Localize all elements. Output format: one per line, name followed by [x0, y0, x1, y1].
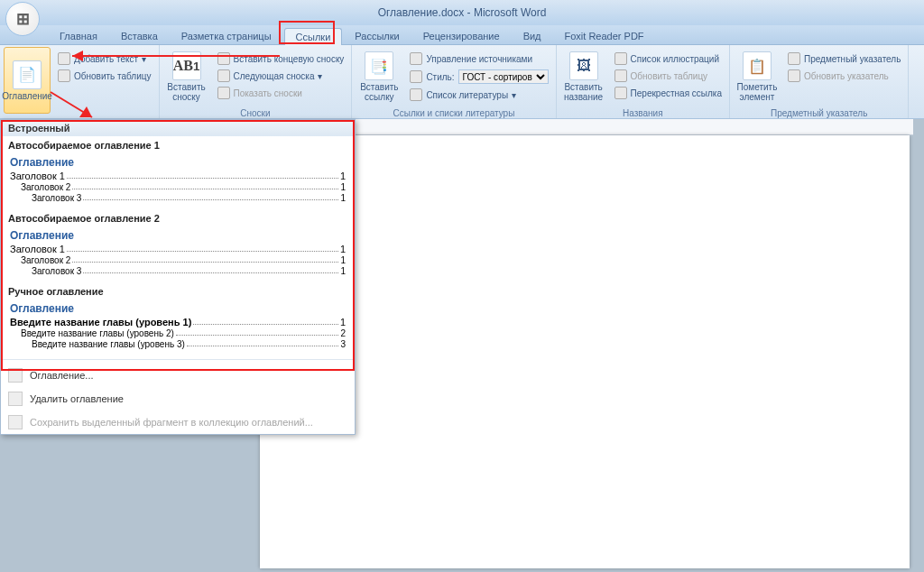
group-toc: 📄 Оглавление Добавить текст ▾ Обновить т…: [0, 45, 160, 118]
crossref-icon: [614, 87, 627, 99]
next-footnote-icon: [217, 69, 230, 82]
group-footnotes: AB1 Вставить сноску Вставить концевую сн…: [160, 45, 353, 118]
update-captions-button[interactable]: Обновить таблицу: [611, 68, 725, 84]
insert-footnote-button[interactable]: AB1 Вставить сноску: [163, 47, 210, 106]
ribbon: 📄 Оглавление Добавить текст ▾ Обновить т…: [0, 45, 924, 119]
gallery-item-auto1[interactable]: Оглавление Заголовок 11 Заголовок 21 Заг…: [1, 152, 355, 209]
gallery-menu-insert[interactable]: Оглавление...: [1, 364, 355, 387]
toc-button-label: Оглавление: [2, 91, 52, 101]
index-icon: [788, 52, 800, 65]
upd-icon: [614, 69, 627, 82]
bibliography-button[interactable]: Список литературы ▾: [406, 87, 551, 103]
gallery-item-manual[interactable]: Оглавление Введите название главы (урове…: [1, 299, 355, 355]
biblio-icon: [410, 88, 422, 101]
sources-icon: [410, 52, 422, 65]
tab-foxit[interactable]: Foxit Reader PDF: [554, 28, 655, 44]
office-logo-icon: ⊞: [16, 9, 30, 29]
insert-endnote-button[interactable]: Вставить концевую сноску: [214, 51, 348, 67]
mark-entry-button[interactable]: 📋 Пометить элемент: [734, 47, 781, 106]
tab-mailings[interactable]: Рассылки: [344, 28, 410, 44]
tab-insert[interactable]: Вставка: [110, 28, 169, 44]
insert-footnote-label: Вставить сноску: [166, 82, 208, 102]
tab-references[interactable]: Ссылки: [284, 28, 343, 45]
toc-icon: 📄: [13, 60, 42, 89]
caption-icon: 🖼: [569, 51, 598, 80]
gallery-item-auto2[interactable]: Оглавление Заголовок 11 Заголовок 21 Заг…: [1, 226, 355, 282]
gallery-item-auto2-title: Автособираемое оглавление 2: [1, 209, 355, 226]
figures-icon: [614, 52, 627, 65]
tab-review[interactable]: Рецензирование: [412, 28, 511, 44]
cross-ref-button[interactable]: Перекрестная ссылка: [611, 85, 725, 101]
endnote-icon: [217, 52, 230, 65]
office-button[interactable]: ⊞: [5, 2, 40, 36]
update-table-button[interactable]: Обновить таблицу: [54, 68, 155, 84]
tab-home[interactable]: Главная: [49, 28, 108, 44]
show-notes-icon: [217, 87, 230, 99]
insert-caption-button[interactable]: 🖼 Вставить название: [560, 47, 607, 106]
add-text-button[interactable]: Добавить текст ▾: [54, 51, 155, 67]
next-footnote-button[interactable]: Следующая сноска ▾: [214, 68, 348, 84]
doc-icon: [8, 368, 23, 383]
insert-figures-button[interactable]: Список иллюстраций: [611, 51, 725, 67]
group-index: 📋 Пометить элемент Предметный указатель …: [730, 45, 909, 118]
gallery-menu-remove[interactable]: Удалить оглавление: [1, 387, 355, 411]
gallery-item-manual-title: Ручное оглавление: [1, 282, 355, 299]
show-notes-button[interactable]: Показать сноски: [214, 85, 348, 101]
style-icon: [410, 70, 422, 83]
mark-entry-label: Пометить элемент: [736, 82, 778, 102]
add-text-icon: [58, 52, 70, 65]
group-captions: 🖼 Вставить название Список иллюстраций О…: [557, 45, 730, 118]
style-dropdown[interactable]: ГОСТ - сортиров: [458, 69, 549, 84]
gallery-header-builtin: Встроенный: [1, 120, 355, 136]
citation-icon: 📑: [365, 51, 393, 80]
save-icon: [8, 415, 23, 429]
insert-caption-label: Вставить название: [563, 82, 605, 102]
footnote-icon: AB1: [172, 51, 201, 80]
ribbon-tabs: Главная Вставка Разметка страницы Ссылки…: [0, 25, 924, 45]
update-index-button[interactable]: Обновить указатель: [784, 68, 904, 84]
upd-index-icon: [788, 69, 800, 82]
tab-page-layout[interactable]: Разметка страницы: [171, 28, 282, 44]
remove-icon: [8, 392, 23, 406]
manage-sources-button[interactable]: Управление источниками: [406, 51, 551, 67]
citation-style-select[interactable]: Стиль: ГОСТ - сортиров: [406, 68, 551, 86]
document-page[interactable]: [260, 135, 910, 568]
insert-index-button[interactable]: Предметный указатель: [784, 51, 904, 67]
toc-button[interactable]: 📄 Оглавление: [4, 47, 51, 114]
group-citations: 📑 Вставить ссылку Управление источниками…: [352, 45, 556, 118]
tab-view[interactable]: Вид: [513, 28, 552, 44]
gallery-menu-save: Сохранить выделенный фрагмент в коллекци…: [1, 411, 355, 434]
mark-icon: 📋: [743, 51, 772, 80]
insert-citation-label: Вставить ссылку: [358, 82, 400, 102]
window-title: Оглавление.docx - Microsoft Word: [378, 6, 547, 19]
update-icon: [58, 69, 70, 82]
gallery-item-auto1-title: Автособираемое оглавление 1: [1, 136, 355, 152]
toc-gallery: Встроенный Автособираемое оглавление 1 О…: [0, 119, 356, 435]
insert-citation-button[interactable]: 📑 Вставить ссылку: [356, 47, 402, 106]
